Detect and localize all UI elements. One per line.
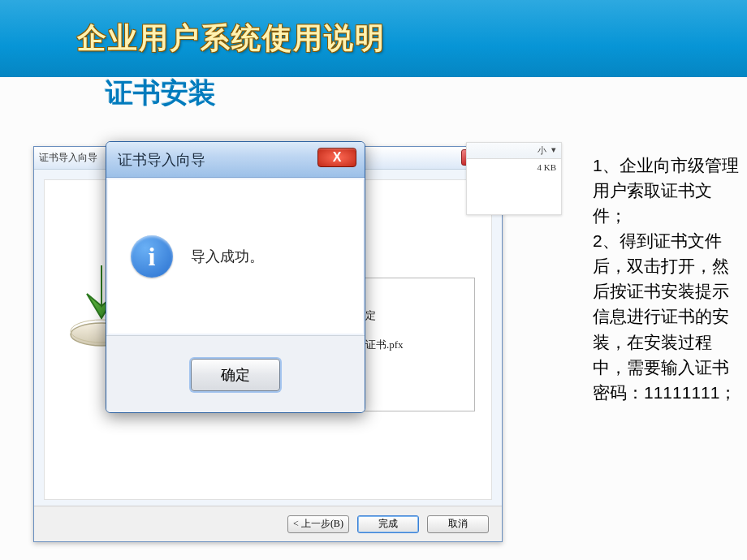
sort-arrow-icon: ▾ xyxy=(551,144,556,157)
wizard-panel-fragment: 定 xyxy=(365,308,376,323)
instructions-text: 1、企业向市级管理用户索取证书文件；2、得到证书文件后，双击打开，然后按证书安装… xyxy=(593,153,745,405)
section-subtitle: 证书安装 xyxy=(106,75,216,112)
dialog-titlebar: 证书导入向导 X xyxy=(106,142,365,178)
success-dialog: 证书导入向导 X i 导入成功。 确定 xyxy=(106,141,365,413)
ok-button[interactable]: 确定 xyxy=(191,359,280,391)
wizard-file-label: 证书.pfx xyxy=(365,338,404,352)
dialog-message: 导入成功。 xyxy=(191,247,264,266)
banner-title: 企业用户系统使用说明 xyxy=(77,19,386,58)
wizard-prev-button[interactable]: < 上一步(B) xyxy=(287,515,349,533)
info-icon: i xyxy=(131,235,173,278)
dialog-button-area: 确定 xyxy=(106,335,365,413)
wizard-finish-button[interactable]: 完成 xyxy=(357,515,419,533)
close-icon: X xyxy=(333,150,342,165)
dialog-close-button[interactable]: X xyxy=(317,148,356,167)
page-banner: 企业用户系统使用说明 xyxy=(0,0,747,77)
dialog-title: 证书导入向导 xyxy=(118,150,205,170)
file-size-value: 4 KB xyxy=(537,162,556,172)
column-size-label: 小 xyxy=(538,144,546,157)
dialog-body: i 导入成功。 xyxy=(108,179,363,334)
file-list-header: 小 ▾ xyxy=(467,143,561,159)
wizard-bottom-bar: < 上一步(B) 完成 取消 xyxy=(34,506,502,541)
wizard-title-text: 证书导入向导 xyxy=(39,151,97,165)
file-list-snippet: 小 ▾ 4 KB xyxy=(466,142,562,215)
wizard-cancel-button[interactable]: 取消 xyxy=(427,515,489,533)
file-list-row: 4 KB xyxy=(467,159,561,175)
